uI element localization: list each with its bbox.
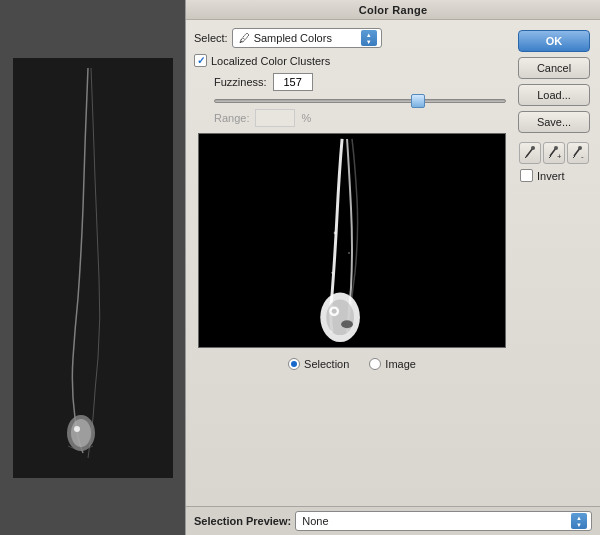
image-radio-option[interactable]: Image <box>369 358 416 370</box>
load-button[interactable]: Load... <box>518 84 590 106</box>
selection-radio-option[interactable]: Selection <box>288 358 349 370</box>
source-image <box>13 58 173 478</box>
svg-point-10 <box>334 232 337 235</box>
range-input <box>255 109 295 127</box>
eyedropper-normal-icon <box>523 146 537 160</box>
svg-point-21 <box>578 146 582 150</box>
svg-text:-: - <box>581 152 584 160</box>
dialog-body: Select: 🖊 Sampled Colors Localized Color… <box>186 20 600 506</box>
main-content: Select: 🖊 Sampled Colors Localized Color… <box>194 28 510 498</box>
selection-preview-label: Selection Preview: <box>194 515 291 527</box>
svg-point-11 <box>348 252 350 254</box>
svg-point-3 <box>74 426 80 432</box>
svg-text:+: + <box>557 152 561 160</box>
localized-label: Localized Color Clusters <box>211 55 330 67</box>
eyedropper-subtract-icon: - <box>571 146 585 160</box>
eyedropper-subtract-button[interactable]: - <box>567 142 589 164</box>
selection-preview-row: Selection Preview: None <box>186 506 600 535</box>
select-value: Sampled Colors <box>254 32 357 44</box>
selection-radio[interactable] <box>288 358 300 370</box>
image-radio-label: Image <box>385 358 416 370</box>
dialog-title: Color Range <box>186 0 600 20</box>
svg-line-22 <box>573 156 575 158</box>
right-buttons-panel: OK Cancel Load... Save... <box>518 28 590 498</box>
range-label: Range: <box>214 112 249 124</box>
fuzziness-slider-track <box>214 99 506 103</box>
radio-row: Selection Image <box>194 354 510 372</box>
svg-point-14 <box>531 146 535 150</box>
eyedropper-add-icon: + <box>547 146 561 160</box>
svg-point-8 <box>332 309 337 314</box>
svg-point-17 <box>554 146 558 150</box>
selection-preview-value: None <box>302 515 571 527</box>
color-range-dialog: Color Range Select: 🖊 Sampled Colors Loc… <box>185 0 600 535</box>
fuzziness-slider-container <box>194 97 510 103</box>
eyedropper-add-button[interactable]: + <box>543 142 565 164</box>
save-button[interactable]: Save... <box>518 111 590 133</box>
eyedropper-normal-button[interactable] <box>519 142 541 164</box>
cancel-button[interactable]: Cancel <box>518 57 590 79</box>
svg-point-6 <box>326 299 354 335</box>
invert-label: Invert <box>537 170 565 182</box>
select-label: Select: <box>194 32 228 44</box>
select-dropdown[interactable]: 🖊 Sampled Colors <box>232 28 382 48</box>
selection-preview-dropdown[interactable]: None <box>295 511 592 531</box>
localized-checkbox-row: Localized Color Clusters <box>194 54 510 67</box>
left-image-panel <box>0 0 185 535</box>
invert-row: Invert <box>518 169 590 182</box>
preview-image <box>198 133 506 348</box>
range-row: Range: % <box>194 109 510 127</box>
range-percent: % <box>301 112 311 124</box>
svg-line-18 <box>549 156 551 158</box>
svg-point-2 <box>71 419 91 447</box>
select-row: Select: 🖊 Sampled Colors <box>194 28 510 48</box>
eyedropper-tools-row: + - <box>518 142 590 164</box>
selection-radio-label: Selection <box>304 358 349 370</box>
eyedropper-select-icon: 🖊 <box>239 32 250 44</box>
fuzziness-row: Fuzziness: <box>194 73 510 91</box>
fuzziness-label: Fuzziness: <box>214 76 267 88</box>
localized-checkbox[interactable] <box>194 54 207 67</box>
ok-button[interactable]: OK <box>518 30 590 52</box>
selection-preview-arrows-icon <box>571 513 587 529</box>
svg-point-12 <box>331 272 333 274</box>
svg-point-9 <box>341 320 353 328</box>
svg-line-15 <box>525 156 527 158</box>
image-radio[interactable] <box>369 358 381 370</box>
select-arrows-icon <box>361 30 377 46</box>
fuzziness-input[interactable] <box>273 73 313 91</box>
fuzziness-slider-thumb[interactable] <box>411 94 425 108</box>
invert-checkbox[interactable] <box>520 169 533 182</box>
